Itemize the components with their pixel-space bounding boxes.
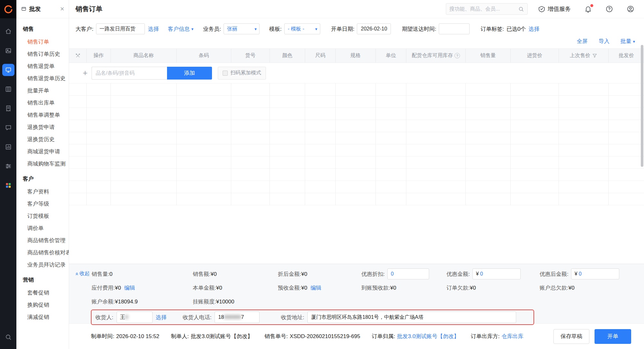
salesman-field: 业务员: 张丽 ▾: [203, 23, 260, 34]
global-search-input[interactable]: [449, 6, 518, 12]
sidebar-item-discount-promo[interactable]: 满减促销: [16, 311, 69, 323]
big-customer-input[interactable]: [96, 23, 145, 34]
kanban-icon[interactable]: [2, 83, 14, 95]
help-question-icon[interactable]: ?: [454, 53, 460, 58]
customer-info-label: 客户信息: [168, 25, 190, 33]
vertical-scrollbar-thumb[interactable]: [641, 45, 643, 167]
column-settings-icon[interactable]: [69, 49, 87, 63]
outbound-method: 订单出库方:仓库出库: [471, 333, 524, 340]
order-tags-select-link[interactable]: 选择: [528, 25, 539, 33]
sidebar-item-sale-price-check[interactable]: 商品销售价核对表: [16, 247, 69, 259]
template-select[interactable]: - 模板 - ▾: [284, 23, 320, 34]
footer-bar: 制单时间:2026-02-10 15:52 制单人:批发3.0测试账号【勿改】 …: [69, 323, 644, 349]
product-search-input[interactable]: [92, 67, 167, 80]
prepaid-edit-link[interactable]: 编辑: [311, 284, 322, 292]
expected-delivery-label: 期望送达时间:: [402, 25, 436, 33]
sidebar-item-order-template[interactable]: 订货模板: [16, 210, 69, 222]
table-filler: [69, 205, 644, 264]
notification-bell-icon[interactable]: [584, 5, 592, 13]
help-icon[interactable]: [605, 5, 613, 13]
sidebar-item-price-adjustment[interactable]: 调价单: [16, 222, 69, 234]
sidebar-item-customer-level[interactable]: 客户等级: [16, 198, 69, 210]
home-icon[interactable]: [2, 25, 14, 38]
sidebar-item-sales-adjustment[interactable]: 销售单调整单: [16, 109, 69, 121]
scan-mode-checkbox[interactable]: [223, 71, 228, 76]
sliders-icon[interactable]: [2, 160, 14, 172]
sidebar-item-exchange-request[interactable]: 退换货申请: [16, 121, 69, 133]
template-label: 模板:: [269, 25, 282, 33]
creator: 制单人:批发3.0测试账号【勿改】: [171, 333, 253, 340]
phone-input[interactable]: 188888887: [215, 311, 260, 323]
table-body-empty: [69, 83, 644, 205]
sidebar-item-sales-return-history[interactable]: 销售退货单历史: [16, 72, 69, 85]
summary-row-3: 账户余额:¥18094.9 挂账额度:¥10000: [69, 296, 644, 307]
col-wholesale-price: 批发价: [609, 49, 644, 63]
save-draft-button[interactable]: 保存草稿: [553, 329, 589, 344]
batch-dropdown[interactable]: 批量▾: [620, 38, 635, 45]
value-added-services[interactable]: 增值服务: [538, 5, 571, 13]
filter-funnel-icon[interactable]: [592, 53, 597, 58]
sidebar-item-sales-order[interactable]: 销售订单: [16, 36, 69, 48]
template-field: 模板: - 模板 - ▾: [269, 23, 320, 34]
after-discount-input[interactable]: ¥0: [571, 268, 619, 279]
sidebar-item-batch-order[interactable]: 批量开单: [16, 85, 69, 97]
discount-amount-input[interactable]: ¥0: [472, 268, 521, 279]
message-icon[interactable]: [2, 122, 14, 134]
sidebar-item-mall-return-request[interactable]: 商城退货申请: [16, 146, 69, 158]
big-customer-select-link[interactable]: 选择: [148, 25, 159, 33]
discount-rate-field: 优惠折扣: 0: [361, 268, 429, 279]
col-item-no: 货号: [231, 49, 270, 63]
phone-label: 收货人电话:: [183, 314, 212, 321]
outbound-link[interactable]: 仓库出库: [501, 333, 523, 340]
order-date-field: 开单日期:: [331, 23, 391, 34]
col-last-price-label: 上次售价: [570, 52, 590, 59]
order-date-input[interactable]: [357, 23, 391, 34]
create-order-button[interactable]: 开单: [595, 329, 631, 344]
sales-qty-stat: 销售量:0: [92, 270, 112, 278]
col-warehouse-stock-label: 配货仓库可用库存: [412, 52, 453, 59]
discount-rate-input[interactable]: 0: [387, 268, 429, 279]
close-icon[interactable]: ×: [60, 5, 64, 13]
gallery-icon[interactable]: [2, 45, 14, 57]
sidebar-item-sales-outbound[interactable]: 销售出库单: [16, 97, 69, 109]
apps-colored-icon[interactable]: [2, 179, 14, 192]
salesman-label: 业务员:: [203, 25, 221, 33]
order-tags-count: 已选0个: [507, 25, 526, 33]
global-search[interactable]: [446, 3, 528, 15]
consignee-select-link[interactable]: 选择: [156, 314, 167, 321]
sidebar-item-exchange-history[interactable]: 退换货历史: [16, 133, 69, 146]
consignee-input[interactable]: 王8: [117, 311, 153, 323]
col-size: 尺码: [305, 49, 336, 63]
order-owner-link[interactable]: 批发3.0测试账号【勿改】: [397, 333, 459, 340]
col-warehouse-stock: 配货仓库可用库存 ?: [406, 49, 466, 63]
invoice-icon[interactable]: [2, 102, 14, 115]
sidebar-item-salesman-visits[interactable]: 业务员拜访记录: [16, 259, 69, 271]
address-label: 收货地址:: [281, 314, 304, 321]
salesman-value: 张丽: [227, 26, 237, 32]
add-row-plus-icon[interactable]: +: [79, 68, 92, 78]
expected-delivery-field: 期望送达时间:: [402, 23, 470, 34]
import-link[interactable]: 导入: [598, 38, 609, 45]
sidebar-item-mall-cart-monitor[interactable]: 商城购物车监测: [16, 158, 69, 170]
expected-delivery-input[interactable]: [439, 23, 470, 34]
fullscreen-link[interactable]: 全屏: [577, 38, 587, 45]
customer-info-dropdown[interactable]: 客户信息 ▾: [168, 25, 194, 33]
balance-stat: 账户余额:¥18094.9: [92, 298, 138, 305]
sidebar-item-sales-return[interactable]: 销售退货单: [16, 60, 69, 72]
user-avatar-icon[interactable]: [627, 5, 634, 13]
salesman-select[interactable]: 张丽 ▾: [224, 23, 260, 34]
sidebar-item-bundle-promo[interactable]: 套餐促销: [16, 287, 69, 299]
chevron-down-icon: ▾: [315, 27, 317, 31]
sidebar-item-customer-info[interactable]: 客户资料: [16, 186, 69, 198]
add-button[interactable]: 添加: [167, 67, 212, 80]
payable-fee-edit-link[interactable]: 编辑: [124, 284, 135, 292]
workbench-icon[interactable]: [2, 64, 14, 76]
rail-search-icon[interactable]: [2, 331, 14, 343]
report-icon[interactable]: [2, 141, 14, 153]
footer-buttons: 保存草稿 开单: [553, 329, 631, 344]
sidebar-item-sales-order-history[interactable]: 销售订单历史: [16, 48, 69, 60]
address-input[interactable]: 厦门市思明区环岛东路1801号，中航紫金广场A塔: [307, 311, 516, 323]
col-unit: 单位: [376, 49, 406, 63]
sidebar-item-sale-price-mgmt[interactable]: 商品销售价管理: [16, 234, 69, 247]
sidebar-item-tradein-promo[interactable]: 换购促销: [16, 299, 69, 311]
